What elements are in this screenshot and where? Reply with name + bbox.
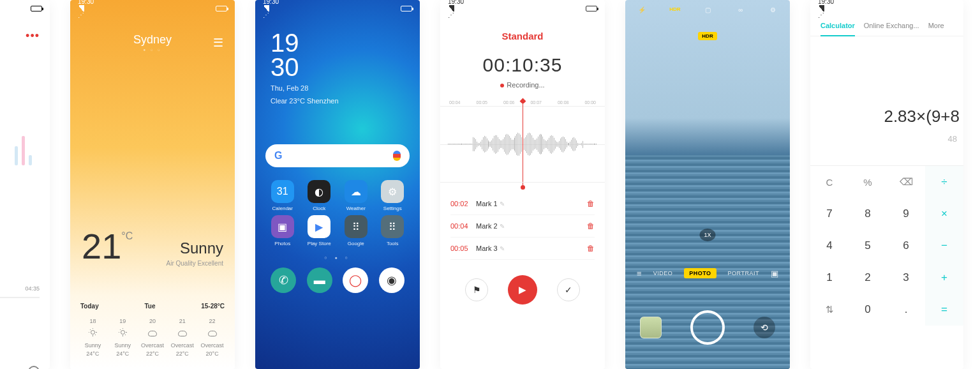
menu-dots-icon[interactable]: ••• — [0, 27, 40, 45]
playhead-icon[interactable] — [523, 101, 523, 188]
settings-icon[interactable]: ⚙ — [768, 6, 778, 13]
hdr-icon[interactable]: HDR — [669, 6, 680, 13]
status-bar — [0, 0, 50, 14]
zoom-button[interactable]: 1X — [699, 229, 715, 241]
key-%[interactable]: % — [849, 166, 887, 198]
air-quality: Air Quality Excellent — [167, 260, 223, 267]
filter-icon[interactable]: ∞ — [736, 6, 746, 13]
app-settings[interactable]: ⚙Settings — [375, 180, 412, 211]
loop-icon[interactable] — [28, 366, 40, 369]
done-button[interactable]: ✓ — [557, 278, 580, 301]
key-⌫[interactable]: ⌫ — [887, 166, 925, 198]
key-0[interactable]: 0 — [849, 294, 887, 326]
home-screen: 19:30 ⋰ 19 30 Thu, Feb 28 Clear 23°C She… — [255, 0, 420, 369]
mode-photo[interactable]: PHOTO — [684, 268, 716, 278]
mode-video[interactable]: VIDEO — [653, 270, 673, 276]
mark-row[interactable]: 00:02Mark 1 ✎🗑 — [450, 193, 595, 215]
result: 48 — [810, 130, 963, 165]
app-tools[interactable]: ⠿Tools — [375, 215, 412, 246]
delete-icon[interactable]: 🗑 — [587, 244, 595, 253]
tab-more[interactable]: More — [928, 22, 944, 29]
page-dots-icon: ○ ● ○ — [255, 255, 420, 260]
key-.[interactable]: . — [887, 294, 925, 326]
mic-icon[interactable] — [393, 151, 401, 161]
shutter-button[interactable] — [690, 310, 725, 345]
edit-icon[interactable]: ✎ — [500, 200, 505, 207]
camera-screen: ⚡ HDR ▢ ∞ ⚙ HDR 1X ≡ VIDEO PHOTO PORTRAI… — [625, 0, 790, 369]
mark-row[interactable]: 00:04Mark 2 ✎🗑 — [450, 215, 595, 237]
app-calendar[interactable]: 31Calendar — [264, 180, 301, 211]
app-play-store[interactable]: ▶Play Store — [301, 215, 338, 246]
forecast-day[interactable]: 22Overcast20°C — [197, 316, 227, 359]
mode-title[interactable]: Standard — [440, 31, 605, 41]
edit-icon[interactable]: ✎ — [500, 245, 505, 252]
key-4[interactable]: 4 — [810, 230, 849, 262]
key-8[interactable]: 8 — [849, 198, 887, 230]
status-bar: 19:30 ⋰ — [440, 0, 605, 14]
waveform[interactable] — [440, 106, 605, 183]
gallery-thumb[interactable] — [640, 317, 662, 338]
edit-icon[interactable]: ✎ — [500, 223, 505, 230]
forecast-day[interactable]: 19Sunny24°C — [108, 316, 138, 359]
mode-portrait[interactable]: PORTRAIT — [728, 270, 759, 276]
progress-bar[interactable] — [0, 297, 40, 298]
status-bar: 19:30 ⋰ — [255, 0, 420, 14]
app-weather[interactable]: ☁Weather — [338, 180, 375, 211]
forecast-day[interactable]: 18Sunny24°C — [78, 316, 108, 359]
forecast-day[interactable]: 21Overcast22°C — [167, 316, 197, 359]
key-×[interactable]: × — [925, 198, 963, 230]
temperature: 21 — [82, 225, 121, 267]
mode-selector[interactable]: ≡ VIDEO PHOTO PORTRAIT ▣ — [625, 268, 790, 278]
page-dots-icon: ● ○ ○ — [70, 48, 235, 52]
key-5[interactable]: 5 — [849, 230, 887, 262]
song-title: 't Go — [0, 223, 40, 241]
more-icon[interactable]: ▣ — [771, 269, 778, 278]
dock: ✆ ▬ ◯ ◉ — [255, 264, 420, 302]
camera-topbar: ⚡ HDR ▢ ∞ ⚙ — [625, 0, 790, 20]
search-bar[interactable]: G — [265, 144, 410, 167]
delete-icon[interactable]: 🗑 — [587, 199, 595, 208]
flip-camera-icon[interactable]: ⟲ — [754, 317, 775, 338]
browser-icon[interactable]: ◯ — [343, 267, 368, 293]
calculator-screen: 19:30 ⋰ Calculator Online Exchang... Mor… — [810, 0, 963, 369]
key-C[interactable]: C — [810, 166, 849, 198]
tab-calculator[interactable]: Calculator — [820, 22, 855, 36]
marks-list: 00:02Mark 1 ✎🗑00:04Mark 2 ✎🗑00:05Mark 3 … — [440, 188, 605, 265]
key-1[interactable]: 1 — [810, 262, 849, 294]
app-clock[interactable]: ◐Clock — [301, 180, 338, 211]
camera-icon[interactable]: ◉ — [379, 267, 405, 293]
key-−[interactable]: − — [925, 230, 963, 262]
key-⇅[interactable]: ⇅ — [810, 294, 849, 326]
city-name[interactable]: Sydney — [70, 33, 235, 47]
app-google[interactable]: ⠿Google — [338, 215, 375, 246]
ratio-icon[interactable]: ▢ — [703, 6, 713, 13]
key-=[interactable]: = — [925, 294, 963, 326]
flag-button[interactable]: ⚑ — [465, 278, 488, 301]
key-3[interactable]: 3 — [887, 262, 925, 294]
menu-icon[interactable]: ≡ — [637, 269, 642, 278]
messages-icon[interactable]: ▬ — [307, 267, 332, 293]
app-photos[interactable]: ▣Photos — [264, 215, 301, 246]
timer: 00:10:35 — [440, 54, 605, 76]
delete-icon[interactable]: 🗑 — [587, 222, 595, 230]
key-÷[interactable]: ÷ — [925, 166, 963, 198]
tab-exchange[interactable]: Online Exchang... — [864, 22, 919, 29]
key-9[interactable]: 9 — [887, 198, 925, 230]
keypad: C%⌫÷789×456−123+⇅0.= — [810, 165, 963, 326]
flash-icon[interactable]: ⚡ — [637, 6, 647, 13]
mark-row[interactable]: 00:05Mark 3 ✎🗑 — [450, 237, 595, 260]
phone-icon[interactable]: ✆ — [271, 267, 296, 293]
status-bar: 19:30 ⋰ — [810, 0, 963, 14]
forecast-panel[interactable]: TodayTue15-28°C 18Sunny24°C19Sunny24°C20… — [78, 303, 227, 359]
play-button[interactable]: ▶ — [508, 275, 537, 305]
status-text: Recording... — [440, 81, 605, 89]
key-7[interactable]: 7 — [810, 198, 849, 230]
key-2[interactable]: 2 — [849, 262, 887, 294]
menu-icon[interactable]: ☰ — [213, 36, 223, 50]
music-screen: ••• 't Go 04:35 — [0, 0, 50, 369]
clock-widget[interactable]: 19 30 Thu, Feb 28 Clear 23°C Shenzhen — [255, 14, 420, 107]
key-+[interactable]: + — [925, 262, 963, 294]
key-6[interactable]: 6 — [887, 230, 925, 262]
forecast-day[interactable]: 20Overcast22°C — [138, 316, 168, 359]
google-logo-icon: G — [274, 150, 282, 162]
